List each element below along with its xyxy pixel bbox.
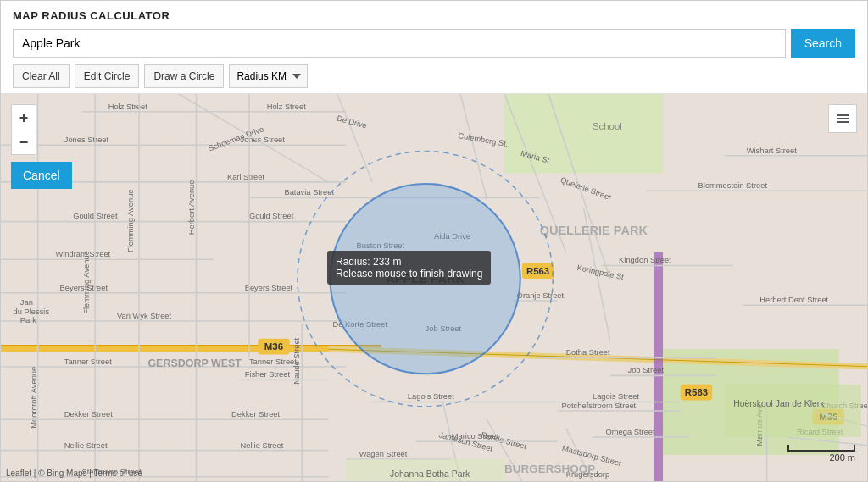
svg-text:Wagen Street: Wagen Street: [359, 450, 408, 458]
radius-instruction: Release mouse to finish drawing: [336, 268, 482, 280]
svg-text:Omega Street: Omega Street: [606, 428, 655, 436]
search-button[interactable]: Search: [791, 29, 855, 58]
svg-text:School: School: [593, 121, 622, 131]
svg-text:Batavia Street: Batavia Street: [284, 188, 334, 197]
app-header: MAP RADIUS CALCULATOR Search Clear All E…: [1, 1, 867, 94]
svg-rect-129: [837, 121, 849, 123]
zoom-in-button[interactable]: +: [11, 104, 36, 130]
attribution-text: Leaflet | © Bing Maps | Terms of use: [6, 468, 142, 478]
svg-text:Dekker Street: Dekker Street: [64, 410, 113, 418]
svg-text:QUELLERIE PARK: QUELLERIE PARK: [540, 224, 648, 237]
svg-text:Nellie Street: Nellie Street: [241, 441, 284, 450]
svg-text:Karl Street: Karl Street: [227, 173, 264, 181]
app-container: MAP RADIUS CALCULATOR Search Clear All E…: [0, 0, 868, 482]
svg-text:Beyers Street: Beyers Street: [245, 284, 293, 292]
svg-rect-124: [725, 385, 861, 437]
svg-text:Lagois Street: Lagois Street: [593, 392, 639, 401]
clear-all-button[interactable]: Clear All: [13, 64, 70, 88]
app-title: MAP RADIUS CALCULATOR: [13, 9, 855, 22]
search-row: Search: [13, 29, 855, 58]
svg-text:Herbert Avenue: Herbert Avenue: [187, 180, 196, 235]
svg-text:BURGERSHOOP: BURGERSHOOP: [504, 463, 595, 475]
attribution: Leaflet | © Bing Maps | Terms of use: [6, 468, 142, 478]
svg-text:Tanner Street: Tanner Street: [249, 357, 297, 366]
svg-text:Van Wyk Street: Van Wyk Street: [117, 312, 171, 320]
svg-text:Job Street: Job Street: [628, 366, 665, 374]
svg-text:Holz Street: Holz Street: [267, 102, 307, 111]
layers-control[interactable]: [828, 104, 857, 133]
scale-bar: 200 m: [787, 445, 855, 463]
svg-rect-1: [504, 94, 663, 173]
svg-text:Oranje Street: Oranje Street: [517, 291, 565, 300]
svg-text:Jones Street: Jones Street: [64, 136, 109, 144]
svg-text:Gould Street: Gould Street: [249, 212, 294, 220]
svg-text:Fisher Street: Fisher Street: [245, 370, 291, 379]
svg-text:Wishart Street: Wishart Street: [747, 147, 798, 155]
radius-select[interactable]: Radius KM Radius MI Radius M: [229, 64, 308, 88]
svg-text:Kingdon Street: Kingdon Street: [619, 256, 671, 264]
svg-text:Flemming Avenue: Flemming Avenue: [126, 189, 135, 252]
svg-text:Holz Street: Holz Street: [108, 102, 148, 111]
svg-text:GERSDORP WEST: GERSDORP WEST: [147, 357, 242, 369]
search-input[interactable]: [13, 29, 786, 58]
svg-text:Johanna Botha Park: Johanna Botha Park: [390, 469, 470, 479]
svg-rect-131: [837, 114, 849, 116]
svg-text:Flemming Avenue: Flemming Avenue: [82, 251, 91, 314]
svg-text:Botha Street: Botha Street: [566, 348, 610, 357]
svg-text:Park: Park: [20, 316, 37, 324]
svg-text:R563: R563: [526, 266, 549, 276]
svg-rect-4: [1, 345, 381, 346]
svg-text:R563: R563: [685, 387, 708, 397]
zoom-out-button[interactable]: −: [11, 130, 36, 155]
svg-text:Herbert Dent Street: Herbert Dent Street: [760, 296, 828, 304]
radius-tooltip: Radius: 233 m Release mouse to finish dr…: [327, 251, 491, 285]
cancel-button[interactable]: Cancel: [11, 162, 72, 189]
svg-rect-130: [837, 118, 849, 119]
draw-circle-button[interactable]: Draw a Circle: [144, 64, 224, 88]
svg-text:Rengedelta: Rengedelta: [566, 480, 608, 481]
edit-circle-button[interactable]: Edit Circle: [75, 64, 140, 88]
svg-text:Blommestein Street: Blommestein Street: [698, 181, 768, 190]
zoom-controls: + −: [11, 104, 36, 155]
svg-text:Tanner Street: Tanner Street: [64, 357, 112, 366]
scale-label: 200 m: [829, 452, 855, 463]
svg-text:Potchefstroom Street: Potchefstroom Street: [562, 402, 637, 410]
controls-row: Clear All Edit Circle Draw a Circle Radi…: [13, 64, 855, 88]
svg-text:Jan: Jan: [20, 298, 33, 307]
scale-line: [787, 445, 855, 452]
radius-value: Radius: 233 m: [336, 256, 482, 268]
map-container[interactable]: M36 M36 R563 R563 Holz Street Holz Stree…: [1, 94, 867, 481]
svg-text:du Plessis: du Plessis: [14, 307, 50, 316]
svg-text:Hoërskool Jan de Klerk: Hoërskool Jan de Klerk: [733, 399, 825, 408]
layers-icon: [834, 110, 851, 127]
svg-text:Lagois Street: Lagois Street: [408, 392, 454, 401]
svg-text:Nellie Street: Nellie Street: [64, 441, 108, 450]
svg-text:Dekker Street: Dekker Street: [231, 410, 280, 418]
svg-text:Naude Street: Naude Street: [292, 337, 301, 384]
svg-text:M36: M36: [264, 341, 283, 352]
